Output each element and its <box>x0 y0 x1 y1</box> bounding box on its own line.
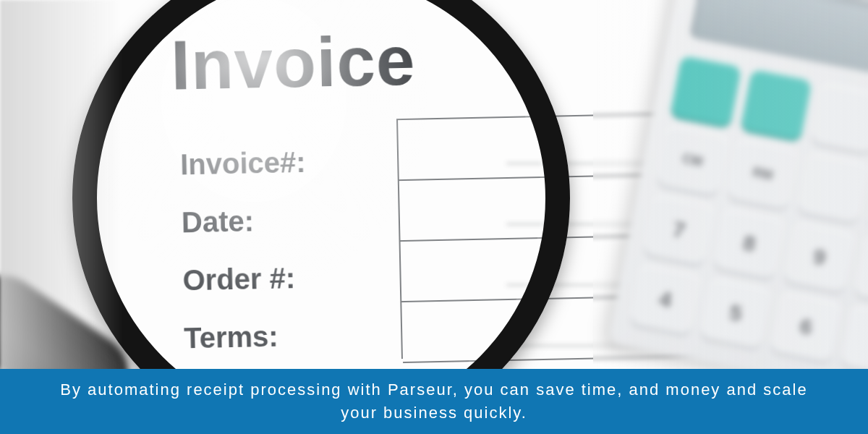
caption-bar: By automating receipt processing with Pa… <box>0 369 868 434</box>
hero-image: Invoice Invoice#: Date: Order #: Terms: … <box>0 0 868 434</box>
caption-text: By automating receipt processing with Pa… <box>43 378 825 425</box>
blur-vignette-right <box>593 0 868 376</box>
